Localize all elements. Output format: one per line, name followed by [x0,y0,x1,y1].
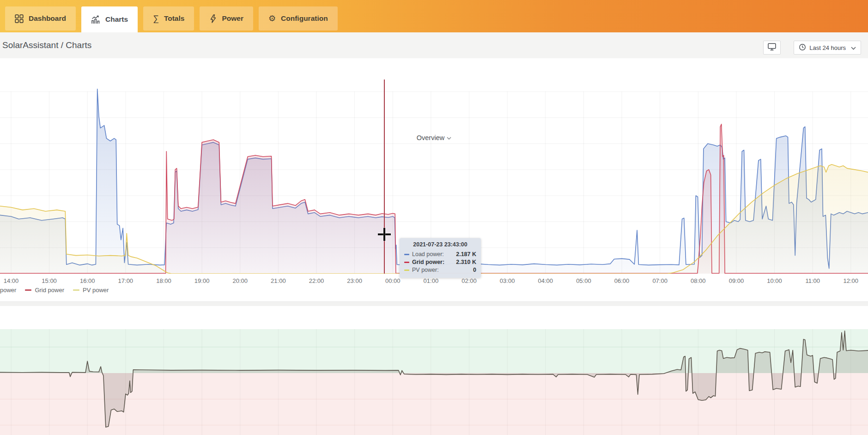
time-range-picker[interactable]: Last 24 hours [794,41,861,55]
x-tick-label: 14:00 [4,277,19,284]
x-tick-label: 21:00 [271,277,286,284]
pv-power-dash-icon [73,289,79,291]
x-tick-label: 19:00 [194,277,210,284]
x-tick-label: 03:00 [500,277,515,284]
x-tick-label: 15:00 [42,277,57,284]
x-tick-label: 05:00 [576,277,591,284]
grid-power-dash-icon [25,289,31,291]
chevron-down-icon [851,44,856,51]
x-tick-label: 09:00 [729,277,744,284]
x-tick-label: 23:00 [347,277,362,284]
x-tick-label: 02:00 [461,277,477,284]
nav-tabs: Dashboard Charts ∑ Totals Power ⚙ [5,6,338,32]
x-tick-label: 10:00 [767,277,782,284]
overview-x-axis: 14:0015:0016:0017:0018:0019:0020:0021:00… [0,277,868,286]
panel-separator [0,301,868,306]
x-tick-label: 07:00 [652,277,668,284]
legend-item-grid-power[interactable]: Grid power [25,287,64,294]
tooltip-row-load: Load power: 2.187 K [404,251,476,258]
legend-label: Grid power [35,287,64,294]
top-nav-bar: Dashboard Charts ∑ Totals Power ⚙ [0,0,868,32]
x-tick-label: 00:00 [385,277,401,284]
x-tick-label: 22:00 [309,277,324,284]
tab-charts[interactable]: Charts [81,6,138,32]
lightning-icon [209,14,217,23]
page-subheader: SolarAssistant / Charts Last 24 hours [0,32,868,58]
clock-icon [799,43,806,52]
battery-power-chart[interactable] [0,319,868,435]
x-tick-label: 06:00 [614,277,630,284]
legend-label: PV power [83,287,109,294]
tab-label: Configuration [281,14,328,23]
tab-label: Charts [105,15,128,24]
x-tick-label: 20:00 [232,277,248,284]
bar-chart-icon [91,15,100,24]
legend-item-load-power[interactable]: power [0,287,16,294]
x-tick-label: 11:00 [805,277,820,284]
x-tick-label: 12:00 [844,277,859,284]
gear-icon: ⚙ [268,14,276,23]
tooltip-row-pv: PV power: 0 [404,266,476,274]
x-tick-label: 04:00 [538,277,553,284]
tab-configuration[interactable]: ⚙ Configuration [259,6,338,31]
x-tick-label: 17:00 [118,277,134,284]
kiosk-mode-button[interactable] [763,41,781,55]
tab-dashboard[interactable]: Dashboard [5,6,76,31]
tab-power[interactable]: Power [200,6,253,31]
tab-label: Totals [164,14,185,23]
legend-item-pv-power[interactable]: PV power [73,287,109,294]
x-tick-label: 18:00 [156,277,171,284]
monitor-icon [767,43,777,53]
chart-tooltip: 2021-07-23 23:43:00 Load power: 2.187 K … [400,238,481,278]
tooltip-row-grid: Grid power: 2.310 K [404,258,476,266]
tab-totals[interactable]: ∑ Totals [143,6,194,31]
time-range-label: Last 24 hours [809,44,846,51]
tooltip-timestamp: 2021-07-23 23:43:00 [404,241,476,248]
legend-label: power [0,287,16,294]
breadcrumb: SolarAssistant / Charts [2,32,91,58]
load-power-dash-icon [404,254,409,255]
x-tick-label: 01:00 [424,277,439,284]
grid-power-dash-icon [404,262,409,263]
overview-legend: power Grid power PV power [0,287,109,294]
sigma-icon: ∑ [153,14,159,23]
tab-label: Dashboard [29,14,66,23]
x-tick-label: 16:00 [80,277,95,284]
x-tick-label: 08:00 [691,277,706,284]
tab-label: Power [222,14,243,23]
pv-power-dash-icon [404,270,409,271]
dashboard-grid-icon [15,14,24,23]
